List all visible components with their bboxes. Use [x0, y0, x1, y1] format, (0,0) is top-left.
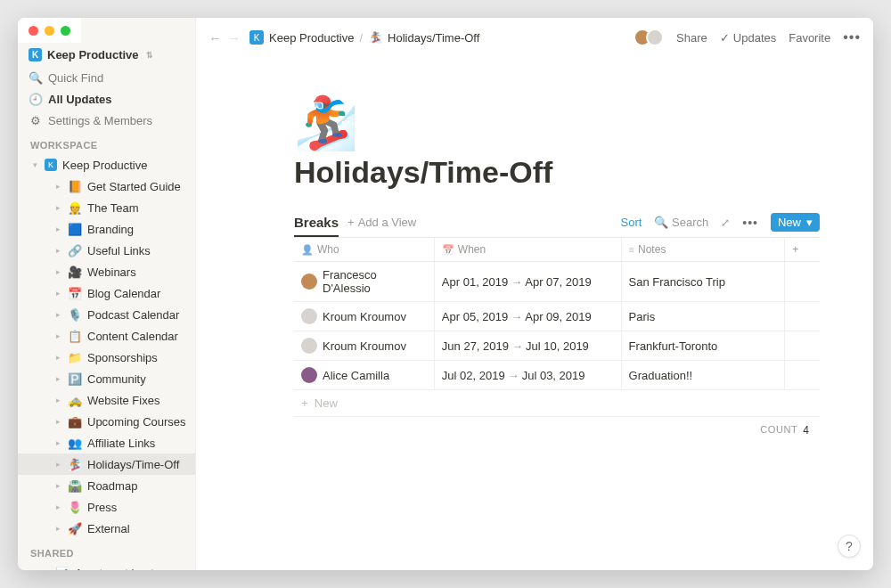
- chevron-right-icon[interactable]: ▸: [53, 289, 62, 298]
- sidebar-item-label: Affiliate Links: [87, 437, 155, 450]
- add-column-button[interactable]: +: [785, 238, 820, 262]
- table-row[interactable]: Alice CamillaJul 02, 2019→Jul 03, 2019Gr…: [294, 361, 820, 390]
- sidebar-item-page[interactable]: ▸👷The Team: [18, 197, 195, 218]
- app-window: K Keep Productive ⇅ 🔍 Quick Find 🕘 All U…: [18, 18, 873, 570]
- sidebar-item-page[interactable]: ▸🅿️Community: [18, 368, 195, 389]
- sidebar-item-label: Get Started Guide: [87, 180, 181, 193]
- nav-forward-button[interactable]: →: [227, 30, 241, 45]
- sidebar-item-page[interactable]: ▸🎙️Podcast Calendar: [18, 304, 195, 325]
- presence-avatars[interactable]: [634, 29, 664, 46]
- add-view-button[interactable]: + Add a View: [347, 216, 416, 229]
- sidebar-item-page[interactable]: ▸👥Affiliate Links: [18, 432, 195, 453]
- help-button[interactable]: ?: [838, 535, 861, 558]
- breadcrumb-workspace[interactable]: Keep Productive: [269, 31, 354, 45]
- sidebar-item-label: External: [87, 522, 130, 535]
- add-view-label: Add a View: [358, 216, 417, 229]
- chevron-right-icon[interactable]: ▸: [53, 374, 62, 383]
- sidebar-item-page[interactable]: ▸🎥Webinars: [18, 261, 195, 282]
- page-emoji-icon: 👷: [68, 200, 82, 215]
- nav-back-button[interactable]: ←: [208, 30, 222, 45]
- database-view-tab[interactable]: Breaks: [294, 215, 339, 237]
- sidebar-item-label: Branding: [87, 223, 134, 236]
- chevron-right-icon[interactable]: ▸: [41, 568, 50, 570]
- sidebar-item-page[interactable]: ▸🚕Website Fixes: [18, 389, 195, 411]
- chevron-right-icon[interactable]: ▸: [53, 225, 62, 233]
- page-emoji[interactable]: 🏂: [294, 93, 820, 150]
- chevron-right-icon[interactable]: ▸: [53, 246, 62, 255]
- sidebar-item-label: Keep Productive: [62, 159, 147, 172]
- workspace-switcher[interactable]: K Keep Productive ⇅: [18, 43, 195, 67]
- quick-find-button[interactable]: 🔍 Quick Find: [18, 67, 195, 88]
- sidebar-item-label: Blog Calendar: [87, 287, 160, 300]
- sidebar-item-page[interactable]: ▸📅Blog Calendar: [18, 282, 195, 304]
- sidebar-item-page[interactable]: ▸🚀External: [18, 518, 195, 539]
- sidebar-item-label: Webinars: [87, 265, 136, 279]
- cell-who: Kroum Kroumov: [323, 339, 406, 353]
- sidebar-item-shared[interactable]: ▸📊Apartment hunt: [18, 562, 195, 570]
- sort-button[interactable]: Sort: [621, 216, 642, 229]
- page-emoji-icon: 🚀: [68, 521, 82, 535]
- database-header: Breaks + Add a View Sort 🔍 Search ⤢: [294, 213, 820, 238]
- sidebar-item-page[interactable]: ▸🔗Useful Links: [18, 240, 195, 261]
- chevron-right-icon[interactable]: ▸: [53, 353, 62, 362]
- chevron-right-icon[interactable]: ▸: [53, 460, 62, 469]
- chevron-right-icon[interactable]: ▸: [53, 182, 62, 191]
- new-row-button[interactable]: New ▾: [771, 213, 820, 232]
- page-emoji-icon: 📊: [55, 566, 69, 570]
- new-row-inline[interactable]: + New: [294, 390, 820, 417]
- chevron-right-icon[interactable]: ▸: [53, 310, 62, 319]
- breadcrumb-page[interactable]: Holidays/Time-Off: [388, 31, 479, 45]
- window-zoom-button[interactable]: [61, 26, 70, 36]
- sidebar-item-page[interactable]: ▸🏂Holidays/Time-Off: [18, 453, 195, 475]
- cell-notes: Frankfurt-Toronto: [621, 331, 785, 361]
- chevron-right-icon[interactable]: ▸: [53, 203, 62, 212]
- sidebar-item-page[interactable]: ▸📋Content Calendar: [18, 325, 195, 347]
- page-emoji-icon: 📁: [68, 350, 82, 364]
- chevron-right-icon[interactable]: ▸: [53, 481, 62, 490]
- sidebar-item-label: Holidays/Time-Off: [87, 458, 179, 471]
- all-updates-button[interactable]: 🕘 All Updates: [18, 88, 195, 110]
- window-close-button[interactable]: [29, 26, 38, 36]
- sidebar-item-label: Community: [87, 372, 146, 386]
- chevron-down-icon: ▾: [806, 216, 813, 229]
- database-more-button[interactable]: •••: [742, 216, 758, 230]
- column-header-who[interactable]: 👤Who: [294, 238, 434, 262]
- chevron-right-icon[interactable]: ▸: [53, 438, 62, 447]
- chevron-right-icon[interactable]: ▸: [53, 524, 62, 533]
- new-label: New: [778, 216, 801, 229]
- sidebar-item-page[interactable]: ▸🟦Branding: [18, 218, 195, 240]
- chevron-down-icon[interactable]: ▾: [30, 160, 39, 169]
- sidebar-item-page[interactable]: ▸🛣️Roadmap: [18, 475, 195, 496]
- sidebar-item-page[interactable]: ▸📙Get Started Guide: [18, 176, 195, 197]
- sidebar-item-page[interactable]: ▸💼Upcoming Courses: [18, 411, 195, 432]
- person-icon: 👤: [301, 244, 314, 255]
- search-label: Search: [672, 216, 708, 229]
- chevron-right-icon[interactable]: ▸: [53, 502, 62, 511]
- column-header-when[interactable]: 📅When: [434, 238, 621, 262]
- sidebar-item-workspace-root[interactable]: ▾ K Keep Productive: [18, 154, 195, 176]
- cell-notes: Paris: [621, 302, 785, 331]
- chevron-right-icon[interactable]: ▸: [53, 417, 62, 426]
- page-emoji-icon: 🛣️: [68, 478, 82, 493]
- table-row[interactable]: Kroum KroumovApr 05, 2019→Apr 09, 2019Pa…: [294, 302, 820, 331]
- expand-button[interactable]: ⤢: [721, 216, 730, 229]
- column-header-notes[interactable]: ≡Notes: [621, 238, 785, 262]
- more-menu-button[interactable]: •••: [843, 29, 861, 45]
- chevron-right-icon[interactable]: ▸: [53, 396, 62, 404]
- chevron-right-icon[interactable]: ▸: [53, 267, 62, 276]
- share-button[interactable]: Share: [676, 31, 707, 45]
- sidebar-item-page[interactable]: ▸🌷Press: [18, 496, 195, 518]
- search-button[interactable]: 🔍 Search: [654, 216, 708, 229]
- favorite-button[interactable]: Favorite: [789, 31, 830, 45]
- page-title[interactable]: Holidays/Time-Off: [294, 155, 820, 190]
- settings-button[interactable]: ⚙ Settings & Members: [18, 110, 195, 131]
- sidebar-item-page[interactable]: ▸📁Sponsorships: [18, 347, 195, 368]
- settings-label: Settings & Members: [48, 114, 152, 127]
- updates-button[interactable]: ✓ Updates: [720, 31, 776, 45]
- window-minimize-button[interactable]: [45, 26, 54, 36]
- chevron-right-icon[interactable]: ▸: [53, 331, 62, 340]
- cell-when: Apr 01, 2019→Apr 07, 2019: [434, 262, 621, 302]
- workspace-name: Keep Productive: [47, 48, 139, 61]
- table-row[interactable]: Francesco D'AlessioApr 01, 2019→Apr 07, …: [294, 262, 820, 302]
- table-row[interactable]: Kroum KroumovJun 27, 2019→Jul 10, 2019Fr…: [294, 331, 820, 361]
